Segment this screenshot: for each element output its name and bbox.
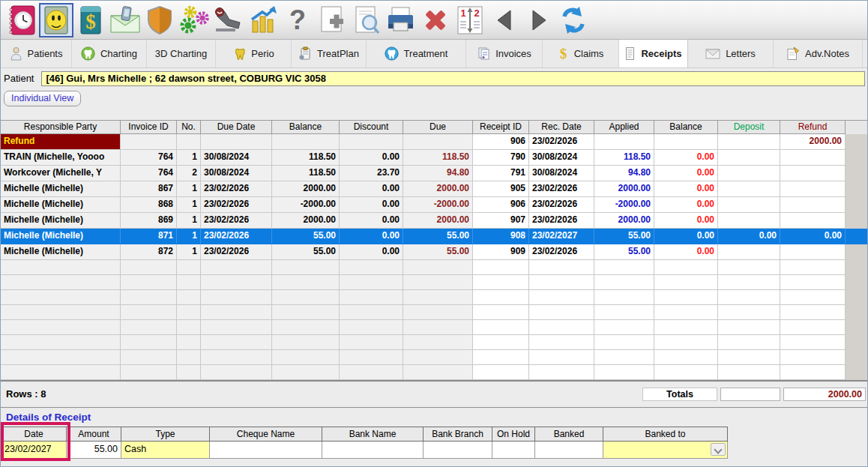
patient-icon[interactable] <box>39 3 73 37</box>
grid-cell: 55.00 <box>272 244 340 260</box>
dropdown-chevron-icon[interactable] <box>711 443 726 456</box>
grid-row-filler <box>846 335 867 350</box>
tab-perio[interactable]: Perio <box>216 40 292 67</box>
print-icon[interactable] <box>384 3 418 37</box>
column-header-due-date[interactable]: Due Date <box>201 121 272 134</box>
grid-empty-row[interactable] <box>1 275 867 290</box>
new-record-icon[interactable] <box>315 3 349 37</box>
delete-icon[interactable] <box>418 3 453 37</box>
grid-row-filler <box>846 150 867 166</box>
accounts-icon[interactable]: $ <box>73 3 108 37</box>
grid-empty-row[interactable] <box>1 350 867 365</box>
tab-treatment[interactable]: Treatment <box>367 40 466 67</box>
grid-cell <box>718 260 780 275</box>
tab-patients[interactable]: Patients <box>1 40 72 67</box>
details-field-banked-to[interactable] <box>603 442 728 459</box>
tab-invoices[interactable]: Invoices <box>466 40 543 67</box>
next-icon[interactable] <box>522 3 556 37</box>
tab-letters[interactable]: Letters <box>688 40 774 67</box>
grid-cell: 0.00 <box>654 213 718 229</box>
advnotes-icon <box>786 46 800 61</box>
grid-row[interactable]: Michelle (Michelle)872123/02/202655.000.… <box>1 244 867 260</box>
patient-field[interactable]: [46] Gui, Mrs Michelle ; 62 dawson stree… <box>41 71 865 86</box>
column-header-receipt-id[interactable]: Receipt ID <box>473 121 529 134</box>
grid-cell: Michelle (Michelle) <box>1 181 121 197</box>
tab-treatplan[interactable]: TreatPlan <box>292 40 367 67</box>
security-icon[interactable] <box>142 3 177 37</box>
grid-cell <box>529 350 594 365</box>
previous-icon[interactable] <box>487 3 522 37</box>
grid-cell <box>403 260 473 275</box>
column-header-refund[interactable]: Refund <box>780 121 846 134</box>
details-field-type[interactable]: Cash <box>121 442 210 459</box>
grid-empty-row[interactable] <box>1 260 867 275</box>
grid-row[interactable]: Michelle (Michelle)868123/02/2026-2000.0… <box>1 197 867 213</box>
appointment-book-icon[interactable] <box>4 3 39 37</box>
module-tab-bar: PatientsCharting3D ChartingPerioTreatPla… <box>1 40 867 68</box>
details-field-on-hold[interactable] <box>492 442 535 459</box>
grid-empty-row[interactable] <box>1 335 867 350</box>
sms-icon[interactable] <box>108 3 142 37</box>
column-header-balance[interactable]: Balance <box>272 121 340 134</box>
column-header-discount[interactable]: Discount <box>340 121 403 134</box>
column-header-no[interactable]: No. <box>177 121 201 134</box>
grid-cell <box>1 335 121 350</box>
grid-row[interactable]: TRAIN (Michelle, Yoooo764130/08/2024118.… <box>1 150 867 166</box>
preview-icon[interactable] <box>349 3 384 37</box>
grid-cell <box>1 290 121 305</box>
reports-icon[interactable] <box>246 3 280 37</box>
resort-icon[interactable]: 12 <box>453 3 487 37</box>
settings-icon[interactable] <box>177 3 211 37</box>
tab-receipts[interactable]: Receipts <box>619 40 688 67</box>
grid-cell: 0.00 <box>654 197 718 213</box>
details-header-bank-branch: Bank Branch <box>424 427 492 442</box>
grid-cell: 905 <box>473 181 529 197</box>
grid-cell: Michelle (Michelle) <box>1 213 121 229</box>
tab-label: Invoices <box>495 48 531 59</box>
grid-row[interactable]: Workcover (Michelle, Y764230/08/2024118.… <box>1 166 867 181</box>
column-header-rec-date[interactable]: Rec. Date <box>529 121 594 134</box>
claims-icon: $ <box>558 46 569 61</box>
details-field-banked[interactable] <box>535 442 603 459</box>
grid-cell: 1 <box>177 229 201 244</box>
grid-row[interactable]: Michelle (Michelle)869123/02/20262000.00… <box>1 213 867 229</box>
grid-empty-row[interactable] <box>1 365 867 380</box>
grid-row[interactable]: Refund90623/02/20262000.00 <box>1 134 867 150</box>
grid-cell <box>177 275 201 290</box>
surgery-icon[interactable] <box>211 3 246 37</box>
grid-cell: Michelle (Michelle) <box>1 229 121 244</box>
grid-row[interactable]: Michelle (Michelle)867123/02/20262000.00… <box>1 181 867 197</box>
tab-claims[interactable]: $Claims <box>543 40 619 67</box>
details-field-bank-branch[interactable] <box>424 442 492 459</box>
grid-cell <box>201 320 272 335</box>
grid-row-selected[interactable]: Michelle (Michelle)871123/02/202655.000.… <box>1 229 867 244</box>
details-header-banked-to: Banked to <box>603 427 728 442</box>
refresh-icon[interactable] <box>556 3 591 37</box>
grid-cell <box>121 260 177 275</box>
details-header-date: Date <box>1 427 67 442</box>
column-header-due[interactable]: Due <box>403 121 473 134</box>
column-header-deposit[interactable]: Deposit <box>718 121 780 134</box>
invoices-icon <box>477 46 490 61</box>
help-icon[interactable]: ? <box>280 3 315 37</box>
grid-cell <box>177 134 201 150</box>
tab-label: 3D Charting <box>155 48 207 59</box>
grid-cell <box>780 350 846 365</box>
details-field-bank-name[interactable] <box>322 442 424 459</box>
details-field-amount[interactable]: 55.00 <box>67 442 121 459</box>
grid-empty-row[interactable] <box>1 320 867 335</box>
tab-charting[interactable]: Charting <box>72 40 147 67</box>
column-header-invoice-id[interactable]: Invoice ID <box>121 121 177 134</box>
grid-empty-row[interactable] <box>1 305 867 320</box>
column-header-applied[interactable]: Applied <box>594 121 654 134</box>
grid-empty-row[interactable] <box>1 290 867 305</box>
tab-3d-charting[interactable]: 3D Charting <box>147 40 216 67</box>
details-field-cheque-name[interactable] <box>210 442 322 459</box>
column-header-balance[interactable]: Balance <box>654 121 718 134</box>
totals-refund-box: 2000.00 <box>783 388 866 401</box>
individual-view-button[interactable]: Individual View <box>4 91 81 106</box>
tab-adv-notes[interactable]: Adv.Notes <box>774 40 863 67</box>
grid-cell <box>594 275 654 290</box>
column-header-responsible-party[interactable]: Responsible Party <box>1 121 121 134</box>
details-field-date[interactable]: 23/02/2027 <box>1 442 67 459</box>
